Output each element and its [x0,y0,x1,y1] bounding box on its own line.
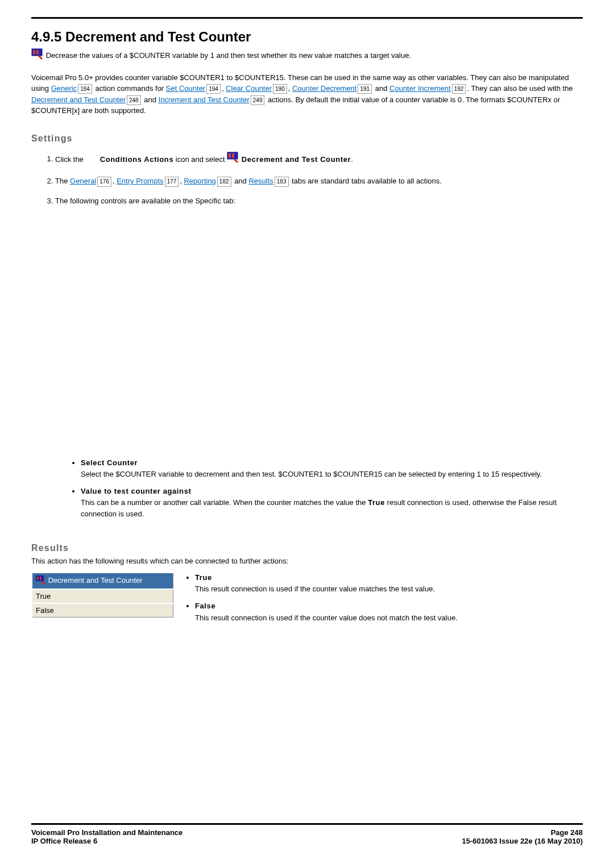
svg-rect-5 [232,153,234,158]
svg-rect-2 [36,50,39,55]
document-page: 4.9.5 Decrement and Test Counter Decreas… [0,0,614,868]
pageref: 183 [275,177,289,187]
settings-step-2: The General176, Entry Prompts177, Report… [55,176,583,187]
counter-icon [36,575,46,586]
link-decrement-test-counter[interactable]: Decrement and Test Counter [31,95,126,104]
link-increment-test-counter[interactable]: Increment and Test Counter [159,95,250,104]
results-table-header: Decrement and Test Counter [32,573,173,589]
page-footer: Voicemail Pro Installation and Maintenan… [31,823,583,845]
pageref: 249 [251,95,265,105]
pageref: 190 [273,84,287,94]
link-tab-general[interactable]: General [70,177,96,185]
pageref: 177 [165,177,179,187]
intro-text: Decrease the values of a $COUNTER variab… [46,51,411,60]
control-value-test: Value to test counter against This can b… [81,486,583,520]
results-descriptions: True This result connection is used if t… [184,572,583,629]
results-heading: Results [31,543,583,553]
pageref: 184 [78,84,92,94]
svg-rect-4 [229,153,231,158]
result-false: False This result connection is used if … [195,600,583,623]
results-table-row-false: False [32,603,173,617]
pageref: 182 [217,177,231,187]
top-rule [31,17,583,19]
control-select-counter: Select Counter Select the $COUNTER varia… [81,457,583,480]
pageref: 248 [127,95,141,105]
results-table: Decrement and Test Counter True False [31,572,173,617]
specific-controls: Select Counter Select the $COUNTER varia… [57,457,583,520]
pageref: 191 [358,84,372,94]
settings-heading: Settings [31,133,583,144]
counter-icon [31,48,44,64]
section-number: 4.9.5 [31,29,61,44]
footer-right: Page 248 15-601063 Issue 22e (16 May 201… [462,828,583,845]
link-counter-increment[interactable]: Counter Increment [389,84,451,93]
results-intro: This action has the following results wh… [31,556,583,567]
intro-paragraph: Decrease the values of a $COUNTER variab… [31,48,583,64]
settings-step-3: The following controls are available on … [55,195,583,207]
svg-rect-8 [40,577,42,580]
link-tab-entry-prompts[interactable]: Entry Prompts [117,177,163,185]
results-row: Decrement and Test Counter True False Tr… [31,572,583,639]
link-counter-decrement[interactable]: Counter Decrement [292,84,356,93]
counter-icon [227,152,239,168]
pageref: 176 [97,177,111,187]
controls-list: Select Counter Select the $COUNTER varia… [57,457,583,520]
link-clear-counter[interactable]: Clear Counter [226,84,272,93]
link-tab-reporting[interactable]: Reporting [184,177,215,185]
footer-rule [31,823,583,825]
pageref: 194 [206,84,221,94]
result-true: True This result connection is used if t… [195,572,583,595]
results-table-row-true: True [32,589,173,603]
settings-step-1: Click the Conditions Actions icon and se… [55,152,583,168]
section-heading: 4.9.5 Decrement and Test Counter [31,29,583,45]
svg-rect-7 [37,577,39,580]
link-generic[interactable]: Generic [51,84,77,93]
settings-list: Click the Conditions Actions icon and se… [31,152,583,207]
link-tab-results[interactable]: Results [248,177,273,185]
footer-left: Voicemail Pro Installation and Maintenan… [31,828,182,845]
description-paragraph: Voicemail Pro 5.0+ provides counter vari… [31,72,583,116]
svg-rect-1 [33,50,35,55]
link-set-counter[interactable]: Set Counter [166,84,205,93]
section-title: Decrement and Test Counter [65,29,251,44]
pageref: 192 [452,84,466,94]
